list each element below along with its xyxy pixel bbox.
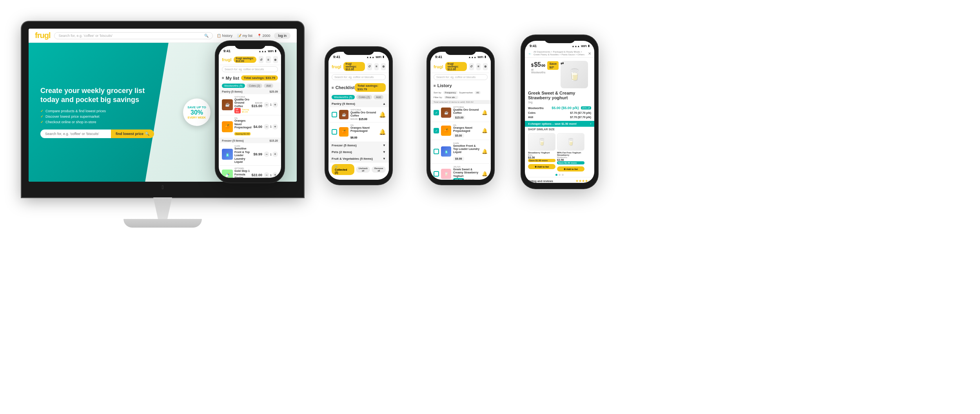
site-logo: frugl [35, 31, 50, 40]
save-percentage: 30% [191, 109, 203, 116]
store-tab-2-coles[interactable]: Coles (2) [356, 95, 372, 99]
accordion-freezer-2[interactable]: Freezer (5 items) ▼ [328, 142, 389, 149]
nav-icon-btn-3[interactable]: ⊕ [273, 56, 278, 63]
phone-screen-1: 9:41 ▲▲▲ WiFi ▮ frugl frugl savings: $12… [219, 46, 281, 178]
nav-mylist[interactable]: 📝 my list [237, 34, 252, 38]
store-tab-2-woolworths[interactable]: Woolworths (5) [332, 95, 355, 99]
hcheck-coffee[interactable]: ✓ [434, 110, 439, 115]
phone-screen-2: 9:41 ▲▲▲ WiFi ▮ frugl frugl savings: $12… [328, 52, 389, 180]
collected-button[interactable]: 🛒 Collected (2) [332, 164, 354, 175]
qty-minus-orange[interactable]: − [264, 124, 269, 129]
search-icon[interactable]: 🔍 [204, 34, 209, 38]
app-search-2[interactable]: Search for: eg. coffee or biscuits [332, 74, 386, 80]
back-button[interactable]: ← [528, 51, 532, 56]
hcheck-orange[interactable]: ✓ [434, 128, 439, 133]
hamburger-icon-3[interactable]: ≡ [434, 84, 436, 88]
h-price-det: $9.99 [453, 157, 464, 161]
store-tab-aldi[interactable]: Aldi [264, 84, 273, 88]
product-info-formula: APTAMIL Gold Step 1 Formula Starter from… [234, 167, 250, 178]
nav-btn-2c[interactable]: ⊕ [381, 63, 386, 70]
name-formula: Gold Step 1 Formula Starter from Birth [234, 170, 250, 178]
bell-orange[interactable]: 🔔 [379, 129, 386, 135]
savings-badge-3: frugl savings: $12.00 [445, 62, 467, 71]
accordion-fruit-2[interactable]: Fruit & Vegetables (5 items) ▼ [328, 155, 389, 162]
signal-icon-2: ▲▲▲ [366, 56, 374, 58]
bell-h-det[interactable]: 🔔 [482, 149, 488, 154]
bell-coffee[interactable]: 🔔 [379, 111, 386, 118]
hamburger-icon-2[interactable]: ≡ [332, 86, 334, 90]
hero-bullet-3: ✓ Checkout online or shop in-store [40, 120, 154, 124]
wifi-icon-2: WiFi [376, 56, 381, 58]
nav-location[interactable]: 📍 2000 [257, 34, 270, 38]
filter-select[interactable]: Price ale... [444, 96, 458, 99]
hero-search-input[interactable] [40, 129, 111, 138]
app-search-3[interactable]: Search for: eg. coffee or biscuits [434, 74, 488, 80]
similar-price-1: $3.56 [528, 156, 555, 159]
store-tab-coles[interactable]: Coles (2) [247, 84, 262, 88]
qty-minus-coffee[interactable]: − [264, 102, 269, 108]
nav-history[interactable]: 📋 history [217, 34, 232, 38]
cl-info-coffee: VITTORIA Qualita Oro Ground Coffee $20.0… [350, 109, 377, 120]
add-list-btn-2[interactable]: ⊕ Add to list [557, 166, 584, 171]
phone-product-detail: 9:41 ▲▲▲ WiFi ▮ ← All Departments > Pack… [521, 35, 598, 188]
list-header-3: ≡ Listory [430, 81, 491, 90]
add-list-btn-1[interactable]: ⊕ Add to list [528, 164, 555, 169]
hamburger-icon-1[interactable]: ≡ [222, 76, 224, 80]
supermarket-select[interactable]: All [475, 91, 481, 94]
store-tabs-2: Woolworths (5) Coles (2) Add [328, 94, 389, 100]
app-search-1[interactable]: Search for: eg. coffee or biscuits [222, 66, 278, 72]
store-tab-woolworths[interactable]: Woolworths (5) [222, 84, 245, 88]
pd-store-prices: Woolworths $5.00 ($5.00 p/k) 20% off Col… [525, 104, 594, 121]
history-orange: ✓ 🍊 IXL Oranges Navel Prepackaged $5.00 … [430, 122, 491, 140]
compare-icon[interactable]: ⇄ [561, 61, 564, 66]
checkbox-coffee[interactable] [332, 112, 337, 117]
qty-plus-form[interactable]: + [272, 172, 278, 178]
share-icon[interactable]: ✕ [588, 51, 591, 56]
cl-price-coffee: $15.00 [359, 118, 367, 120]
pd-price-cents: 00 [541, 64, 545, 67]
store-tab-2-add[interactable]: Add [374, 95, 383, 99]
bell-h-orange[interactable]: 🔔 [482, 128, 488, 133]
hcheck-yog[interactable] [434, 171, 439, 177]
qty-minus-form[interactable]: − [264, 172, 269, 178]
savings-badge-2: frugl savings: $12.00 [343, 62, 365, 71]
pd-coles-name: Coles [528, 111, 550, 114]
accordion-pets-2[interactable]: Pets (2 items) ▼ [328, 149, 389, 155]
nav-btn-2b[interactable]: ≡ [374, 63, 379, 70]
site-search-bar[interactable]: Search for, e.g. 'coffee' or 'biscuits' … [54, 32, 212, 39]
search-placeholder-1: Search for: eg. coffee or biscuits [225, 68, 264, 71]
qty-val-coffee: 1 [270, 103, 272, 106]
nav-btn-3c[interactable]: ⊕ [483, 63, 488, 70]
accordion-pantry-2[interactable]: Pantry (5 items) ▲ [328, 100, 389, 107]
checkbox-orange[interactable] [332, 129, 337, 135]
price-coffee: $15.00 [252, 104, 263, 108]
qty-plus-orange[interactable]: + [272, 124, 278, 129]
remove-all-button[interactable]: Remove all [372, 166, 386, 173]
pd-rating-title: Rating and reviews [528, 180, 553, 182]
list-title-3: Listory [437, 83, 452, 88]
sort-select[interactable]: Frequency [443, 91, 457, 94]
name-orange: Oranges Navel Prepackaged [234, 119, 252, 129]
nav-btn-2a[interactable]: ↺ [367, 63, 372, 70]
nav-icon-btn-1[interactable]: ↺ [259, 56, 263, 63]
h-img-coffee: ☕ [441, 108, 451, 118]
nav-btn-3a[interactable]: ↺ [469, 63, 474, 70]
pd-cheaper-banner[interactable]: 4 cheaper options – save $1.50 more! › [525, 121, 594, 127]
uncheck-all-button[interactable]: Uncheck all [356, 166, 370, 173]
login-button[interactable]: log in [274, 33, 290, 39]
nav-btn-3b[interactable]: ≡ [476, 63, 481, 70]
bell-h-coffee[interactable]: 🔔 [482, 110, 488, 115]
qty-minus-det[interactable]: − [264, 151, 269, 157]
hero-search-button[interactable]: find lowest price 🔍 [111, 129, 154, 138]
hcheck-det[interactable] [434, 149, 439, 154]
nav-icon-btn-2[interactable]: ≡ [266, 56, 270, 63]
qty-plus-coffee[interactable]: + [272, 102, 278, 108]
hero-bullet-1: ✓ Compare products & find lowest prices [40, 109, 154, 113]
app-logo-1: frugl [222, 57, 231, 62]
dot-1 [555, 174, 557, 176]
breadcrumb: All Departments > Packaged & Ready Meals… [534, 51, 586, 56]
bell-h-yog[interactable]: 🔔 [482, 171, 488, 177]
qty-coffee: − 1 + [264, 102, 278, 108]
h-price-yog: $5.00 [453, 178, 464, 180]
qty-plus-det[interactable]: + [272, 151, 278, 157]
